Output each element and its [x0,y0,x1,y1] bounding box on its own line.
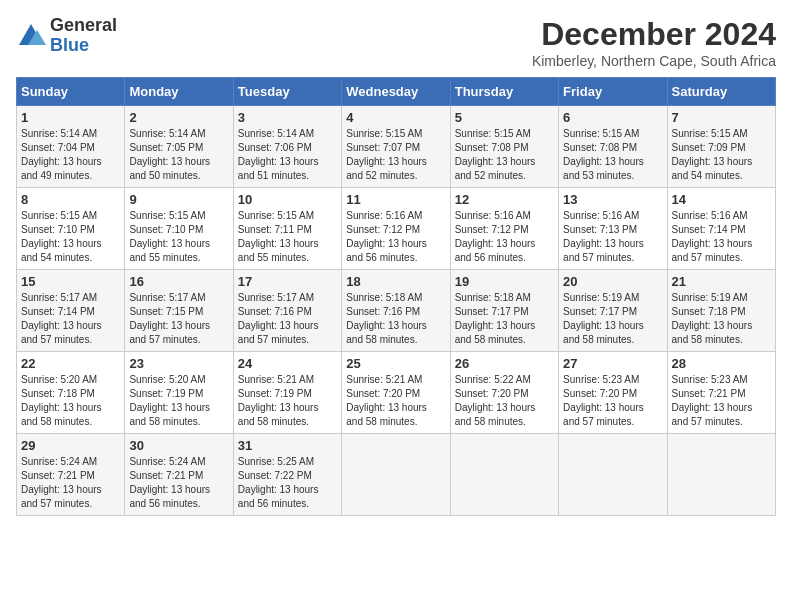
day-info: Sunrise: 5:15 AMSunset: 7:08 PMDaylight:… [455,127,554,183]
calendar-cell: 20 Sunrise: 5:19 AMSunset: 7:17 PMDaylig… [559,270,667,352]
day-number: 6 [563,110,662,125]
day-number: 16 [129,274,228,289]
calendar-cell: 13 Sunrise: 5:16 AMSunset: 7:13 PMDaylig… [559,188,667,270]
day-number: 23 [129,356,228,371]
day-info: Sunrise: 5:14 AMSunset: 7:05 PMDaylight:… [129,127,228,183]
calendar-cell [667,434,775,516]
header-friday: Friday [559,78,667,106]
calendar-cell: 24 Sunrise: 5:21 AMSunset: 7:19 PMDaylig… [233,352,341,434]
calendar-cell: 5 Sunrise: 5:15 AMSunset: 7:08 PMDayligh… [450,106,558,188]
day-number: 1 [21,110,120,125]
day-info: Sunrise: 5:15 AMSunset: 7:10 PMDaylight:… [21,209,120,265]
calendar-cell: 18 Sunrise: 5:18 AMSunset: 7:16 PMDaylig… [342,270,450,352]
calendar-cell: 14 Sunrise: 5:16 AMSunset: 7:14 PMDaylig… [667,188,775,270]
calendar-cell: 15 Sunrise: 5:17 AMSunset: 7:14 PMDaylig… [17,270,125,352]
calendar-cell: 6 Sunrise: 5:15 AMSunset: 7:08 PMDayligh… [559,106,667,188]
day-number: 20 [563,274,662,289]
header-thursday: Thursday [450,78,558,106]
day-number: 27 [563,356,662,371]
day-number: 2 [129,110,228,125]
logo-general: General [50,16,117,36]
calendar-cell: 2 Sunrise: 5:14 AMSunset: 7:05 PMDayligh… [125,106,233,188]
day-info: Sunrise: 5:15 AMSunset: 7:09 PMDaylight:… [672,127,771,183]
day-info: Sunrise: 5:18 AMSunset: 7:17 PMDaylight:… [455,291,554,347]
day-number: 14 [672,192,771,207]
day-info: Sunrise: 5:17 AMSunset: 7:14 PMDaylight:… [21,291,120,347]
header-tuesday: Tuesday [233,78,341,106]
calendar-cell: 21 Sunrise: 5:19 AMSunset: 7:18 PMDaylig… [667,270,775,352]
header-wednesday: Wednesday [342,78,450,106]
calendar-cell: 8 Sunrise: 5:15 AMSunset: 7:10 PMDayligh… [17,188,125,270]
day-info: Sunrise: 5:15 AMSunset: 7:11 PMDaylight:… [238,209,337,265]
day-number: 5 [455,110,554,125]
day-info: Sunrise: 5:14 AMSunset: 7:04 PMDaylight:… [21,127,120,183]
day-info: Sunrise: 5:17 AMSunset: 7:16 PMDaylight:… [238,291,337,347]
calendar-cell: 7 Sunrise: 5:15 AMSunset: 7:09 PMDayligh… [667,106,775,188]
day-number: 25 [346,356,445,371]
calendar-cell [559,434,667,516]
day-number: 31 [238,438,337,453]
day-info: Sunrise: 5:14 AMSunset: 7:06 PMDaylight:… [238,127,337,183]
title-area: December 2024 Kimberley, Northern Cape, … [532,16,776,69]
header-sunday: Sunday [17,78,125,106]
calendar-cell: 11 Sunrise: 5:16 AMSunset: 7:12 PMDaylig… [342,188,450,270]
day-info: Sunrise: 5:19 AMSunset: 7:18 PMDaylight:… [672,291,771,347]
day-info: Sunrise: 5:15 AMSunset: 7:08 PMDaylight:… [563,127,662,183]
calendar-cell: 19 Sunrise: 5:18 AMSunset: 7:17 PMDaylig… [450,270,558,352]
day-info: Sunrise: 5:24 AMSunset: 7:21 PMDaylight:… [21,455,120,511]
day-number: 18 [346,274,445,289]
day-info: Sunrise: 5:15 AMSunset: 7:10 PMDaylight:… [129,209,228,265]
day-number: 26 [455,356,554,371]
day-number: 30 [129,438,228,453]
day-info: Sunrise: 5:20 AMSunset: 7:19 PMDaylight:… [129,373,228,429]
day-number: 15 [21,274,120,289]
day-number: 8 [21,192,120,207]
logo-blue: Blue [50,36,117,56]
header-row: Sunday Monday Tuesday Wednesday Thursday… [17,78,776,106]
logo-text: General Blue [50,16,117,56]
header-saturday: Saturday [667,78,775,106]
calendar-cell [342,434,450,516]
day-number: 24 [238,356,337,371]
day-info: Sunrise: 5:24 AMSunset: 7:21 PMDaylight:… [129,455,228,511]
day-info: Sunrise: 5:21 AMSunset: 7:20 PMDaylight:… [346,373,445,429]
calendar-cell: 27 Sunrise: 5:23 AMSunset: 7:20 PMDaylig… [559,352,667,434]
calendar-cell: 16 Sunrise: 5:17 AMSunset: 7:15 PMDaylig… [125,270,233,352]
calendar-week-0: 1 Sunrise: 5:14 AMSunset: 7:04 PMDayligh… [17,106,776,188]
calendar-body: 1 Sunrise: 5:14 AMSunset: 7:04 PMDayligh… [17,106,776,516]
day-info: Sunrise: 5:21 AMSunset: 7:19 PMDaylight:… [238,373,337,429]
header-monday: Monday [125,78,233,106]
calendar-cell: 29 Sunrise: 5:24 AMSunset: 7:21 PMDaylig… [17,434,125,516]
calendar-cell: 26 Sunrise: 5:22 AMSunset: 7:20 PMDaylig… [450,352,558,434]
calendar-cell: 25 Sunrise: 5:21 AMSunset: 7:20 PMDaylig… [342,352,450,434]
day-number: 11 [346,192,445,207]
logo: General Blue [16,16,117,56]
day-number: 19 [455,274,554,289]
calendar-table: Sunday Monday Tuesday Wednesday Thursday… [16,77,776,516]
day-info: Sunrise: 5:16 AMSunset: 7:13 PMDaylight:… [563,209,662,265]
calendar-cell: 3 Sunrise: 5:14 AMSunset: 7:06 PMDayligh… [233,106,341,188]
calendar-cell: 31 Sunrise: 5:25 AMSunset: 7:22 PMDaylig… [233,434,341,516]
day-number: 22 [21,356,120,371]
day-info: Sunrise: 5:16 AMSunset: 7:12 PMDaylight:… [346,209,445,265]
calendar-cell: 22 Sunrise: 5:20 AMSunset: 7:18 PMDaylig… [17,352,125,434]
day-number: 3 [238,110,337,125]
calendar-week-2: 15 Sunrise: 5:17 AMSunset: 7:14 PMDaylig… [17,270,776,352]
calendar-cell: 30 Sunrise: 5:24 AMSunset: 7:21 PMDaylig… [125,434,233,516]
day-info: Sunrise: 5:23 AMSunset: 7:21 PMDaylight:… [672,373,771,429]
day-info: Sunrise: 5:15 AMSunset: 7:07 PMDaylight:… [346,127,445,183]
day-info: Sunrise: 5:16 AMSunset: 7:12 PMDaylight:… [455,209,554,265]
day-info: Sunrise: 5:18 AMSunset: 7:16 PMDaylight:… [346,291,445,347]
day-number: 10 [238,192,337,207]
day-number: 21 [672,274,771,289]
day-number: 9 [129,192,228,207]
day-number: 12 [455,192,554,207]
calendar-cell: 12 Sunrise: 5:16 AMSunset: 7:12 PMDaylig… [450,188,558,270]
calendar-cell: 10 Sunrise: 5:15 AMSunset: 7:11 PMDaylig… [233,188,341,270]
logo-icon [16,21,46,51]
day-info: Sunrise: 5:22 AMSunset: 7:20 PMDaylight:… [455,373,554,429]
header: General Blue December 2024 Kimberley, No… [16,16,776,69]
calendar-week-3: 22 Sunrise: 5:20 AMSunset: 7:18 PMDaylig… [17,352,776,434]
calendar-cell: 9 Sunrise: 5:15 AMSunset: 7:10 PMDayligh… [125,188,233,270]
calendar-cell: 1 Sunrise: 5:14 AMSunset: 7:04 PMDayligh… [17,106,125,188]
